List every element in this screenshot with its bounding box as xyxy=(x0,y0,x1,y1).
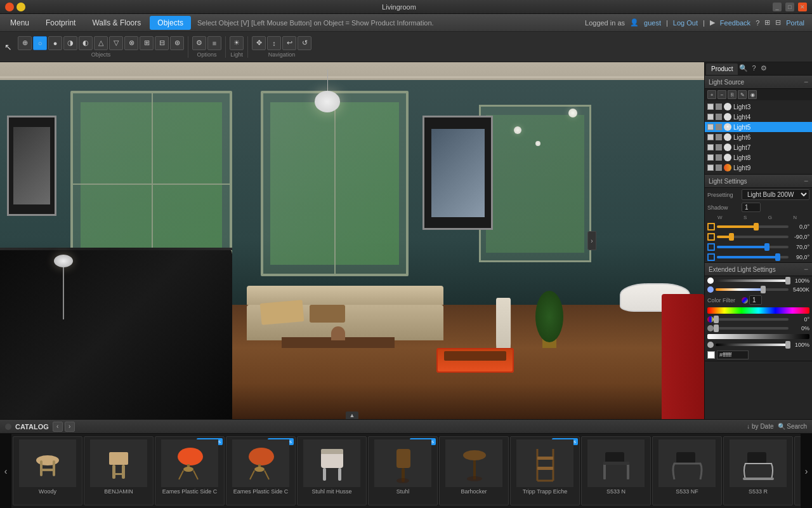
minimize-button[interactable]: _ xyxy=(773,3,782,11)
light-item-light5[interactable]: ☀ Light5 xyxy=(705,122,812,132)
artwork-image xyxy=(13,127,49,204)
hue-value-slider[interactable] xyxy=(716,318,789,321)
color-checkbox[interactable] xyxy=(707,351,715,359)
shadow-input[interactable] xyxy=(742,203,761,212)
light-duplicate-btn[interactable]: ⎘ xyxy=(728,90,737,99)
light-add-btn[interactable]: + xyxy=(707,90,716,99)
catalog-scroll-prev[interactable]: ‹ xyxy=(0,434,11,508)
color-filter-input[interactable] xyxy=(749,295,762,305)
pan-btn[interactable]: ✥ xyxy=(252,36,266,50)
catalog-item-s533nf[interactable]: S533 NF xyxy=(652,436,722,505)
catalog-item-stuhl-husse[interactable]: Stuhl mit Husse xyxy=(297,436,367,505)
light-vis-btn[interactable]: ◉ xyxy=(748,90,757,99)
light9-vis[interactable] xyxy=(716,164,722,171)
catalog-item-eames1[interactable]: 7 Variants Eames Plastic Side C xyxy=(155,436,225,505)
light-item-light3[interactable]: ☀ Light3 xyxy=(705,102,812,112)
light7-toggle[interactable] xyxy=(707,144,714,150)
brightness-slider[interactable] xyxy=(716,279,789,282)
light8-toggle[interactable] xyxy=(707,154,714,161)
light-remove-btn[interactable]: − xyxy=(717,90,726,99)
feedback-link[interactable]: Feedback xyxy=(720,19,750,27)
delete-btn[interactable]: ▽ xyxy=(109,36,123,50)
maximize-button[interactable]: □ xyxy=(785,3,794,11)
zoom-btn[interactable]: ↕ xyxy=(267,36,281,50)
logout-link[interactable]: Log Out xyxy=(673,19,698,27)
options-btn1[interactable]: ⚙ xyxy=(192,36,206,50)
light6-vis[interactable] xyxy=(716,134,722,140)
light4-toggle[interactable] xyxy=(707,114,714,120)
scale-btn[interactable]: ◐ xyxy=(79,36,93,50)
panel-collapse-btn[interactable]: › xyxy=(587,231,596,250)
portal-link[interactable]: Portal xyxy=(786,19,804,27)
distribute-btn[interactable]: ⊟ xyxy=(155,36,169,50)
catalog-prev-nav[interactable]: ‹ xyxy=(53,422,63,432)
light5-toggle[interactable] xyxy=(707,124,714,130)
catalog-item-stuhl[interactable]: 7 Variants Stuhl xyxy=(368,436,438,505)
light3-toggle[interactable] xyxy=(707,104,714,110)
cursor-tool[interactable]: ↖ xyxy=(3,38,14,56)
catalog-item-panton[interactable]: 3 Variants Panton Chair xyxy=(794,436,801,505)
light7-vis[interactable] xyxy=(716,144,722,150)
viewport-3d[interactable]: › ▲ xyxy=(0,62,704,419)
light-item-light7[interactable]: ☀ Light7 xyxy=(705,142,812,152)
hue-slider[interactable] xyxy=(707,307,809,314)
lightness-slider[interactable] xyxy=(716,344,789,346)
light3-vis[interactable] xyxy=(716,104,722,110)
catalog-item-s533r[interactable]: S533 R xyxy=(723,436,793,505)
catalog-item-barhocker[interactable]: Barhocker xyxy=(439,436,509,505)
select-btn[interactable]: ○ xyxy=(33,36,47,50)
light-item-light9[interactable]: Light9 xyxy=(705,163,812,173)
menu-item-menu[interactable]: Menu xyxy=(3,16,37,30)
hex-input[interactable] xyxy=(717,351,749,359)
catalog-item-tripp-trapp[interactable]: 7 Variants Tripp Trapp Eiche xyxy=(510,436,580,505)
redo-btn[interactable]: ↺ xyxy=(298,36,311,50)
catalog-next-nav[interactable]: › xyxy=(65,422,75,432)
catalog-expand-btn[interactable]: ▲ xyxy=(346,411,358,419)
add-object-btn[interactable]: ⊕ xyxy=(18,36,32,50)
angle-slider-4[interactable] xyxy=(717,256,789,258)
catalog-item-s533n[interactable]: S533 N xyxy=(581,436,651,505)
align-btn[interactable]: ⊞ xyxy=(140,36,154,50)
snap-btn[interactable]: ⊛ xyxy=(170,36,184,50)
light-settings-collapse[interactable]: − xyxy=(804,177,808,185)
light9-toggle[interactable] xyxy=(707,164,714,171)
angle-slider-1[interactable] xyxy=(717,225,789,228)
extended-light-collapse[interactable]: − xyxy=(804,265,808,274)
presetting-select[interactable]: Light Bulb 200W xyxy=(742,189,809,200)
light6-toggle[interactable] xyxy=(707,134,714,140)
tab-help-icon[interactable]: ? xyxy=(749,64,758,72)
options-btn2[interactable]: ≡ xyxy=(207,36,221,50)
temperature-slider[interactable] xyxy=(716,288,789,291)
saturation-slider[interactable] xyxy=(716,327,789,330)
catalog-sort[interactable]: ↓ by Date xyxy=(747,423,773,430)
light8-vis[interactable] xyxy=(716,154,722,161)
tab-search-icon[interactable]: 🔍 xyxy=(739,64,748,72)
light-item-light8[interactable]: ☀ Light8 xyxy=(705,152,812,163)
light5-vis[interactable] xyxy=(716,124,722,130)
catalog-scroll-next[interactable]: › xyxy=(801,434,812,508)
light-btn[interactable]: ☀ xyxy=(230,36,244,50)
light4-vis[interactable] xyxy=(716,114,722,120)
catalog-search[interactable]: 🔍 Search xyxy=(778,423,807,430)
menu-item-walls-floors[interactable]: Walls & Floors xyxy=(84,16,148,30)
angle-slider-2[interactable] xyxy=(717,236,789,238)
tab-product[interactable]: Product xyxy=(706,64,738,75)
group-btn[interactable]: ⊗ xyxy=(124,36,138,50)
light-item-light6[interactable]: ● Light6 xyxy=(705,132,812,142)
menu-item-objects[interactable]: Objects xyxy=(150,16,191,30)
close-button[interactable]: ✕ xyxy=(798,3,807,11)
clone-btn[interactable]: △ xyxy=(94,36,108,50)
catalog-item-eames2[interactable]: 4 Variants Eames Plastic Side C xyxy=(226,436,296,505)
rotate-btn[interactable]: ◑ xyxy=(63,36,77,50)
catalog-item-woody[interactable]: Woody xyxy=(13,436,82,505)
light-source-collapse[interactable]: − xyxy=(804,77,808,86)
angle-slider-3[interactable] xyxy=(717,246,789,248)
move-btn[interactable]: ● xyxy=(48,36,62,50)
username-link[interactable]: guest xyxy=(644,19,661,27)
catalog-item-benjamin[interactable]: BENJAMIN xyxy=(84,436,154,505)
tab-settings-icon[interactable]: ⚙ xyxy=(759,64,768,72)
light-item-light4[interactable]: ☀ Light4 xyxy=(705,112,812,122)
light-edit-btn[interactable]: ✎ xyxy=(738,90,747,99)
undo-btn[interactable]: ↩ xyxy=(282,36,296,50)
menu-item-footprint[interactable]: Footprint xyxy=(38,16,83,30)
